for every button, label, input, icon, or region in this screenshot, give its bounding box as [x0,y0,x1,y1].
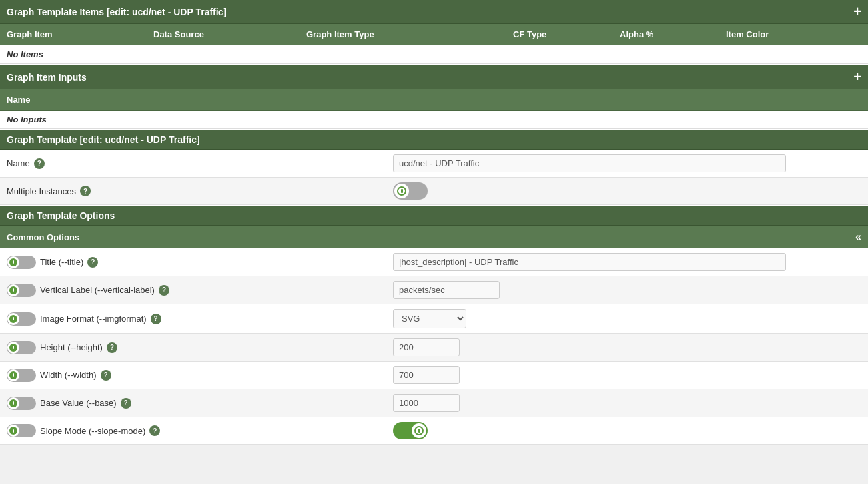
multiple-instances-toggle[interactable] [393,182,428,200]
width-row: Width (--width) ? [0,362,868,389]
height-row: Height (--height) ? [0,334,868,362]
image-format-row: Image Format (--imgformat) ? SVG PNG [0,304,868,334]
title-field-toggle-area: Title (--title) ? [7,256,393,269]
base-value-row: Base Value (--base) ? [0,389,868,417]
multiple-instances-row: Multiple Instances ? [0,178,868,205]
title-value [393,253,861,271]
col-header-graph-item: Graph Item [0,24,147,45]
height-input[interactable] [393,338,460,356]
multiple-instances-help-icon[interactable]: ? [80,186,91,196]
graph-template-options-header: Graph Template Options [0,206,868,226]
image-format-label: Image Format (--imgformat) [40,314,147,324]
image-format-value: SVG PNG [393,309,861,328]
col-header-cf-type: CF Type [506,24,613,45]
height-label: Height (--height) [40,342,103,352]
no-items-text: No Items [0,45,868,64]
width-help-icon[interactable]: ? [101,370,111,381]
no-inputs-text: No Inputs [0,111,868,129]
multiple-instances-label: Multiple Instances ? [7,186,393,196]
name-value-area [393,154,861,172]
base-value-label: Base Value (--base) [40,398,117,408]
base-value-field-toggle-area: Base Value (--base) ? [7,397,393,410]
common-options-label: Common Options [7,232,79,242]
vertical-label-field-toggle-area: Vertical Label (--vertical-label) ? [7,284,393,297]
title-row: Title (--title) ? [0,248,868,276]
image-format-field-toggle-area: Image Format (--imgformat) ? [7,312,393,326]
vertical-label-row: Vertical Label (--vertical-label) ? [0,276,868,304]
graph-item-inputs-header: Graph Item Inputs + [0,65,868,89]
graph-item-inputs-title: Graph Item Inputs [7,72,87,83]
graph-template-edit-header: Graph Template [edit: ucd/net - UDP Traf… [0,130,868,150]
height-help-icon[interactable]: ? [107,342,117,353]
graph-items-table-header: Graph Item Data Source Graph Item Type C… [0,24,868,45]
col-header-item-color: Item Color [719,24,868,45]
graph-template-options-title: Graph Template Options [7,210,115,221]
vertical-label-value [393,281,861,299]
slope-mode-field-toggle-area: Slope Mode (--slope-mode) ? [7,424,393,437]
slope-mode-label: Slope Mode (--slope-mode) [40,426,145,436]
base-value-value [393,394,861,412]
title-help-icon[interactable]: ? [87,257,98,268]
image-format-help-icon[interactable]: ? [151,314,161,324]
add-graph-item-button[interactable]: + [853,4,861,19]
graph-template-items-header: Graph Template Items [edit: ucd/net - UD… [0,0,868,24]
multiple-instances-value [393,182,861,200]
height-field-toggle-area: Height (--height) ? [7,341,393,354]
width-label: Width (--width) [40,370,97,380]
slope-mode-toggle[interactable] [393,422,428,439]
vertical-label-field-toggle[interactable] [7,284,36,297]
vertical-label-label: Vertical Label (--vertical-label) [40,285,155,295]
base-value-input[interactable] [393,394,460,412]
vertical-label-input[interactable] [393,281,500,299]
slope-mode-row: Slope Mode (--slope-mode) ? [0,417,868,445]
main-container: Graph Template Items [edit: ucd/net - UD… [0,0,868,445]
col-header-alpha: Alpha % [613,24,719,45]
height-field-toggle[interactable] [7,341,36,354]
col-header-data-source: Data Source [147,24,300,45]
name-row: Name ? [0,150,868,178]
slope-mode-value [393,422,861,439]
base-value-help-icon[interactable]: ? [121,398,131,409]
height-value [393,338,861,356]
vertical-label-help-icon[interactable]: ? [159,285,169,296]
graph-template-items-title: Graph Template Items [edit: ucd/net - UD… [7,7,226,17]
name-label: Name ? [7,158,393,169]
image-format-field-toggle[interactable] [7,312,36,326]
name-input[interactable] [393,154,786,172]
graph-template-edit-title: Graph Template [edit: ucd/net - UDP Traf… [7,134,200,145]
width-field-toggle-area: Width (--width) ? [7,369,393,382]
width-field-toggle[interactable] [7,369,36,382]
common-options-header: Common Options « [0,226,868,248]
title-field-toggle[interactable] [7,256,36,269]
title-input[interactable] [393,253,786,271]
name-col-header: Name [0,89,868,111]
slope-mode-help-icon[interactable]: ? [149,425,160,436]
add-graph-item-input-button[interactable]: + [853,69,861,85]
base-value-field-toggle[interactable] [7,397,36,410]
width-input[interactable] [393,366,460,384]
name-help-icon[interactable]: ? [34,158,45,169]
col-header-graph-item-type: Graph Item Type [300,24,506,45]
slope-mode-field-toggle[interactable] [7,424,36,437]
image-format-select[interactable]: SVG PNG [393,309,466,328]
collapse-common-options-button[interactable]: « [855,231,861,243]
width-value [393,366,861,384]
title-label: Title (--title) [40,257,83,267]
